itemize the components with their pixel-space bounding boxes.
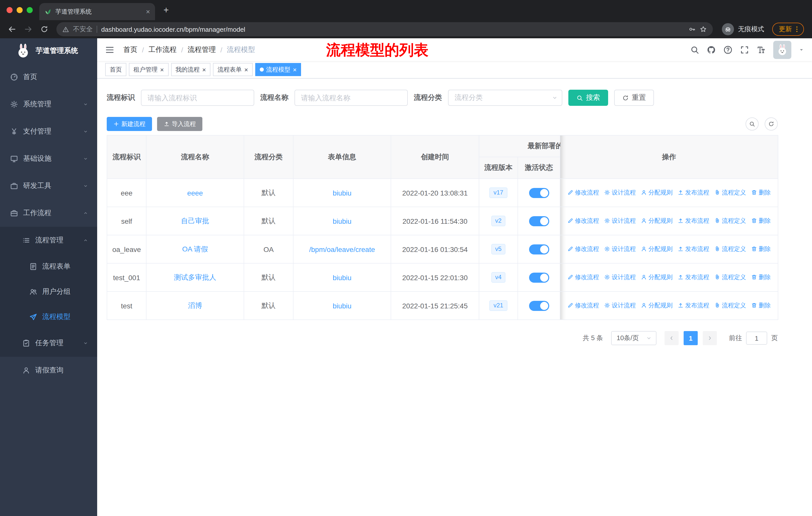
tab-close-icon[interactable]: × (146, 8, 150, 15)
op-link-definition[interactable]: 流程定义 (714, 188, 746, 197)
op-link-design[interactable]: 设计流程 (604, 301, 636, 310)
tag-tenant-manage[interactable]: 租户管理× (129, 63, 168, 76)
process-name-link[interactable]: OA 请假 (182, 245, 208, 253)
avatar[interactable] (773, 40, 791, 59)
goto-page-input[interactable] (746, 332, 767, 345)
op-link-design[interactable]: 设计流程 (604, 273, 636, 282)
op-link-assign[interactable]: 分配规则 (641, 188, 672, 197)
sidebar-item-payment[interactable]: 支付管理 (0, 118, 97, 145)
github-icon[interactable] (707, 45, 716, 54)
active-toggle[interactable] (529, 244, 549, 254)
avatar-caret-icon[interactable] (799, 47, 804, 52)
active-toggle[interactable] (529, 301, 549, 311)
op-link-modify[interactable]: 修改流程 (567, 217, 599, 225)
op-link-modify[interactable]: 修改流程 (567, 188, 599, 197)
op-link-publish[interactable]: 发布流程 (677, 217, 709, 225)
process-name-input[interactable] (294, 90, 408, 106)
form-info-link[interactable]: biubiu (333, 273, 352, 281)
question-icon[interactable] (723, 45, 732, 54)
next-page-button[interactable] (703, 331, 717, 345)
prev-page-button[interactable] (665, 331, 678, 345)
op-link-publish[interactable]: 发布流程 (677, 188, 709, 197)
tag-home[interactable]: 首页 (105, 63, 126, 76)
sidebar-item-infra[interactable]: 基础设施 (0, 145, 97, 172)
active-toggle[interactable] (529, 216, 549, 226)
op-link-assign[interactable]: 分配规则 (641, 245, 672, 253)
form-info-link[interactable]: /bpm/oa/leave/create (309, 245, 375, 253)
password-key-icon[interactable] (689, 26, 696, 33)
import-process-button[interactable]: 导入流程 (157, 117, 202, 131)
forward-icon[interactable] (21, 22, 35, 36)
active-toggle[interactable] (529, 272, 549, 282)
op-link-publish[interactable]: 发布流程 (677, 273, 709, 282)
category-select[interactable]: 流程分类 (448, 90, 562, 106)
fullscreen-icon[interactable] (740, 45, 749, 54)
breadcrumb-item[interactable]: 首页 (123, 45, 138, 54)
op-link-delete[interactable]: 删除 (751, 273, 771, 282)
current-page-button[interactable]: 1 (684, 331, 698, 345)
op-link-modify[interactable]: 修改流程 (567, 245, 599, 253)
font-size-icon[interactable] (757, 45, 766, 54)
sidebar-item-devtools[interactable]: 研发工具 (0, 172, 97, 199)
op-link-design[interactable]: 设计流程 (604, 245, 636, 253)
breadcrumb-item[interactable]: 工作流程 (148, 45, 177, 54)
sidebar-item-process-form[interactable]: 流程表单 (0, 254, 97, 279)
sidebar-item-home[interactable]: 首页 (0, 63, 97, 91)
op-link-assign[interactable]: 分配规则 (641, 301, 672, 310)
tag-my-process[interactable]: 我的流程× (171, 63, 210, 76)
create-process-button[interactable]: 新建流程 (107, 117, 152, 131)
op-link-design[interactable]: 设计流程 (604, 217, 636, 225)
process-name-link[interactable]: 滔博 (188, 301, 202, 309)
tag-process-form[interactable]: 流程表单× (213, 63, 253, 76)
process-id-input[interactable] (141, 90, 254, 106)
browser-update-button[interactable]: 更新 (772, 23, 804, 36)
app-logo[interactable]: 芋道管理系统 (0, 38, 97, 63)
sidebar-item-process-manage[interactable]: 流程管理 (0, 227, 97, 254)
back-icon[interactable] (5, 22, 19, 36)
active-toggle[interactable] (529, 188, 549, 198)
tag-close-icon[interactable]: × (202, 66, 206, 73)
op-link-modify[interactable]: 修改流程 (567, 273, 599, 282)
tag-process-model[interactable]: 流程模型× (255, 63, 301, 76)
refresh-table-button[interactable] (765, 117, 778, 131)
op-link-definition[interactable]: 流程定义 (714, 217, 746, 225)
sidebar-item-leave-query[interactable]: 请假查询 (0, 357, 97, 384)
sidebar-item-system[interactable]: 系统管理 (0, 91, 97, 118)
form-info-link[interactable]: biubiu (333, 189, 352, 197)
address-bar[interactable]: 不安全 dashboard.yudao.iocoder.cn/bpm/manag… (56, 22, 713, 36)
process-name-link[interactable]: 自己审批 (181, 216, 209, 224)
sidebar-item-task-manage[interactable]: 任务管理 (0, 330, 97, 357)
sidebar-item-user-group[interactable]: 用户分组 (0, 279, 97, 304)
op-link-definition[interactable]: 流程定义 (714, 273, 746, 282)
search-button[interactable]: 搜索 (568, 90, 608, 106)
tag-close-icon[interactable]: × (293, 66, 297, 73)
op-link-definition[interactable]: 流程定义 (714, 245, 746, 253)
op-link-publish[interactable]: 发布流程 (677, 245, 709, 253)
sidebar-item-process-model[interactable]: 流程模型 (0, 304, 97, 330)
op-link-delete[interactable]: 删除 (751, 217, 771, 225)
op-link-modify[interactable]: 修改流程 (567, 301, 599, 310)
new-tab-button[interactable]: + (160, 4, 172, 16)
breadcrumb-item[interactable]: 流程管理 (188, 45, 216, 54)
op-link-design[interactable]: 设计流程 (604, 188, 636, 197)
bookmark-star-icon[interactable] (700, 26, 707, 33)
browser-tab[interactable]: 芋道管理系统 × (39, 3, 155, 20)
op-link-assign[interactable]: 分配规则 (641, 273, 672, 282)
search-icon[interactable] (690, 45, 699, 54)
form-info-link[interactable]: biubiu (333, 217, 352, 225)
op-link-delete[interactable]: 删除 (751, 188, 771, 197)
sidebar-item-workflow[interactable]: 工作流程 (0, 199, 97, 227)
process-name-link[interactable]: eeee (187, 189, 203, 197)
form-info-link[interactable]: biubiu (333, 302, 352, 310)
tag-close-icon[interactable]: × (244, 66, 248, 73)
toggle-search-button[interactable] (746, 117, 759, 131)
op-link-definition[interactable]: 流程定义 (714, 301, 746, 310)
window-zoom-button[interactable] (27, 7, 33, 13)
tag-close-icon[interactable]: × (160, 66, 164, 73)
op-link-publish[interactable]: 发布流程 (677, 301, 709, 310)
reload-icon[interactable] (37, 22, 51, 36)
page-size-select[interactable]: 10条/页 (611, 331, 657, 345)
window-minimize-button[interactable] (17, 7, 23, 13)
op-link-delete[interactable]: 删除 (751, 245, 771, 253)
process-name-link[interactable]: 测试多审批人 (174, 273, 216, 281)
